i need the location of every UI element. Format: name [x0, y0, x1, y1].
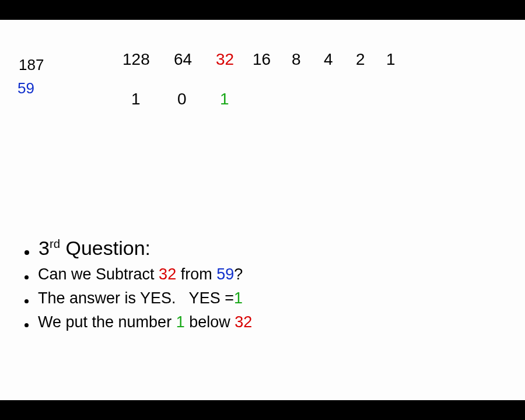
text-fragment-one: 1 [176, 313, 185, 331]
text-fragment: below [185, 313, 235, 331]
place-value-1: 1 [386, 50, 396, 69]
place-value-4: 4 [324, 50, 333, 69]
bullet-dot-icon [24, 275, 29, 279]
text-fragment: ? [234, 265, 243, 283]
place-value-8: 8 [292, 50, 301, 69]
place-value-128: 128 [123, 50, 150, 69]
text-fragment-32: 32 [159, 265, 176, 283]
place-value-16: 16 [253, 50, 271, 69]
text-fragment-one: 1 [234, 289, 243, 307]
bullet-line-subtract-question: Can we Subtract 32 from 59? [24, 265, 491, 284]
place-value-32: 32 [216, 50, 234, 69]
text-fragment: from [176, 265, 216, 283]
bullet-list: 3rd Question: Can we Subtract 32 from 59… [24, 237, 491, 337]
text-fragment-59: 59 [216, 265, 234, 283]
question-ordinal: rd [50, 237, 60, 250]
place-value-64: 64 [174, 50, 192, 69]
bullet-dot-icon [24, 250, 29, 255]
text-fragment-32: 32 [235, 313, 252, 331]
bullet-line-put-number-text: We put the number 1 below 32 [38, 313, 252, 331]
bullet-line-answer-yes-text: The answer is YES. YES =1 [38, 289, 243, 307]
bullet-line-subtract-question-text: Can we Subtract 32 from 59? [38, 265, 243, 284]
bullet-line-put-number: We put the number 1 below 32 [24, 313, 491, 331]
binary-digit-128: 1 [131, 90, 141, 108]
bullet-dot-icon [24, 323, 29, 327]
bullet-dot-icon [24, 299, 29, 303]
question-word: Question: [60, 237, 150, 259]
bullet-question-title-text: 3rd Question: [38, 237, 150, 260]
binary-digit-32: 1 [220, 90, 229, 108]
bullet-question-title: 3rd Question: [24, 237, 491, 260]
question-number: 3 [38, 237, 50, 259]
label-remainder-number: 59 [18, 79, 34, 97]
label-total-number: 187 [19, 56, 44, 74]
text-fragment: The answer is YES. YES = [38, 289, 234, 307]
text-fragment: Can we Subtract [38, 265, 159, 283]
place-value-2: 2 [356, 50, 365, 69]
binary-digit-64: 0 [177, 90, 187, 108]
slide: 187 59 128 64 32 16 8 4 2 1 1 0 1 3rd Qu… [0, 20, 525, 400]
bullet-line-answer-yes: The answer is YES. YES =1 [24, 289, 491, 307]
text-fragment: We put the number [38, 313, 176, 331]
video-frame: 187 59 128 64 32 16 8 4 2 1 1 0 1 3rd Qu… [0, 0, 525, 420]
